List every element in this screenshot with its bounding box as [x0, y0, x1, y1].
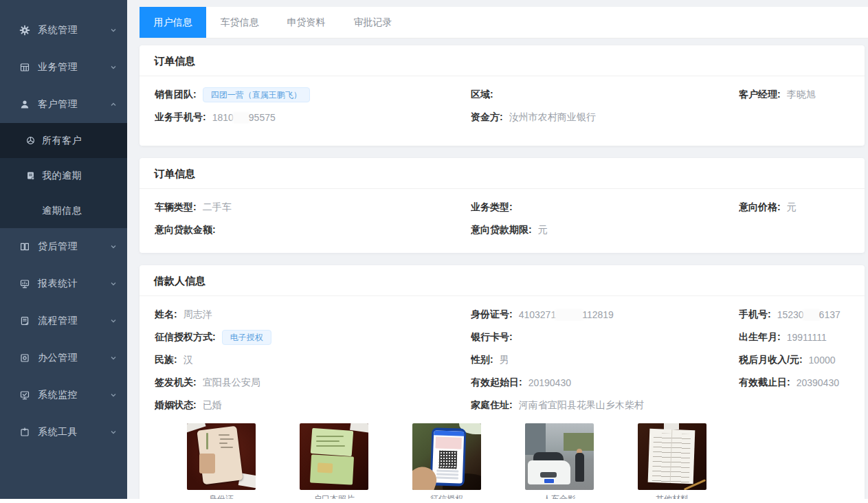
sidebar-item-report-statistics[interactable]: 报表统计: [0, 265, 127, 302]
order-info-card: 订单信息 销售团队: 四团一营（直属王鹏飞） 区域: 客户经理: 李晓旭 业务手: [140, 45, 865, 146]
field-region: 区域:: [471, 89, 739, 101]
field-account-manager: 客户经理: 李晓旭: [739, 89, 849, 101]
redacted-digits: [804, 310, 819, 320]
field-vehicle-type: 车辆类型: 二手车: [155, 201, 471, 214]
field-birth-date: 出生年月: 19911111: [739, 331, 849, 344]
field-valid-to: 有效截止日: 20390430: [739, 377, 849, 389]
field-business-phone: 业务手机号: 181095575: [155, 111, 471, 124]
sidebar-item-label: 系统管理: [38, 24, 109, 36]
sidebar-item-label: 贷后管理: [38, 241, 109, 253]
monitor-icon: [19, 390, 30, 401]
sidebar-item-office-management[interactable]: 办公管理: [0, 339, 127, 377]
field-credit-auth-method: 征信授权方式: 电子授权: [155, 330, 471, 345]
pie-icon: [25, 135, 36, 146]
sidebar-item-customer-management[interactable]: 客户管理: [0, 86, 127, 123]
field-intent-price: 意向价格: 元: [739, 201, 849, 214]
report-icon: [19, 278, 30, 289]
toolbox-icon: [19, 427, 30, 438]
tab-car-loan-info[interactable]: 车贷信息: [206, 7, 273, 38]
household-register-photo[interactable]: [300, 423, 368, 490]
sidebar-subitem-label: 我的逾期: [42, 170, 127, 182]
field-id-number: 身份证号: 4103271112819: [471, 309, 739, 321]
sidebar-item-system-monitor[interactable]: 系统监控: [0, 377, 127, 414]
field-mobile-phone: 手机号: 152306137: [739, 309, 849, 321]
sidebar-item-label: 系统工具: [38, 426, 109, 438]
photo-item: 身份证: [187, 423, 256, 503]
detail-tabbar: 用户信息 车贷信息 申贷资料 审批记录: [140, 7, 868, 38]
sidebar-subitem-all-customers[interactable]: 所有客户: [0, 123, 127, 158]
chevron-up-icon: [109, 100, 118, 109]
sidebar-subitem-label: 所有客户: [42, 135, 127, 147]
sidebar-item-label: 客户管理: [38, 98, 109, 111]
sidebar-item-system-tools[interactable]: 系统工具: [0, 414, 127, 451]
borrower-photos: 身份证 户口本照片: [187, 423, 865, 503]
flow-icon: [19, 315, 30, 326]
photo-item: 征信授权: [412, 423, 481, 503]
sales-team-tag: 四团一营（直属王鹏飞）: [203, 87, 310, 102]
field-sales-team: 销售团队: 四团一营（直属王鹏飞）: [155, 87, 471, 102]
main-content: 用户信息 车贷信息 申贷资料 审批记录 订单信息 销售团队: 四团一营（直属王鹏…: [127, 0, 868, 503]
sidebar-item-business-management[interactable]: 业务管理: [0, 49, 127, 86]
person-with-car-photo[interactable]: [525, 423, 594, 490]
gear-icon: [19, 25, 30, 36]
sidebar-item-label: 报表统计: [38, 278, 109, 290]
id-card-photo[interactable]: [187, 423, 256, 490]
card-title: 订单信息: [140, 45, 865, 76]
tab-loan-application-docs[interactable]: 申贷资料: [273, 7, 340, 38]
book-icon: [19, 241, 30, 252]
sidebar-item-label: 办公管理: [38, 352, 109, 364]
borrower-info-card: 借款人信息 姓名: 周志洋 身份证号: 4103271112819 手机号: 1…: [140, 265, 865, 503]
card-title: 借款人信息: [140, 265, 865, 296]
grid-icon: [19, 62, 30, 73]
field-intent-loan-term: 意向贷款期限: 元: [471, 224, 739, 236]
field-valid-from: 有效起始日: 20190430: [471, 377, 739, 389]
chevron-down-icon: [109, 243, 118, 251]
sidebar-subitem-label: 逾期信息: [42, 205, 127, 217]
tab-user-info[interactable]: 用户信息: [140, 7, 206, 38]
field-name: 姓名: 周志洋: [155, 309, 471, 321]
document-photo[interactable]: [638, 423, 706, 490]
notebook-icon: [25, 170, 36, 181]
sidebar-item-post-loan-management[interactable]: 贷后管理: [0, 228, 127, 265]
photo-item: 户口本照片: [300, 423, 368, 503]
sidebar-item-label: 系统监控: [38, 389, 109, 401]
field-ethnicity: 民族: 汉: [155, 354, 471, 366]
chevron-down-icon: [109, 63, 118, 71]
field-issuing-authority: 签发机关: 宜阳县公安局: [155, 377, 471, 389]
field-home-address: 家庭住址: 河南省宜阳县花果山乡木柴村: [471, 399, 739, 412]
chevron-down-icon: [109, 317, 118, 325]
field-intent-loan-amount: 意向贷款金额:: [155, 224, 471, 236]
office-icon: [19, 353, 30, 364]
field-bank-card: 银行卡号:: [471, 331, 739, 344]
field-gender: 性别: 男: [471, 354, 739, 366]
user-icon: [19, 99, 30, 110]
field-marital-status: 婚姻状态: 已婚: [155, 399, 471, 412]
credit-auth-tag: 电子授权: [222, 330, 271, 345]
sidebar-item-label: 业务管理: [38, 61, 109, 74]
tab-approval-records[interactable]: 审批记录: [340, 7, 406, 38]
field-funder: 资金方: 汝州市农村商业银行: [471, 111, 739, 124]
customer-management-submenu: 所有客户 我的逾期 逾期信息: [0, 123, 127, 228]
sidebar: 系统管理 业务管理 客户管理 所有客户 我的逾期 逾期信息: [0, 0, 127, 499]
chevron-down-icon: [109, 428, 118, 436]
photo-item: 其他材料: [638, 423, 706, 503]
redacted-digits: [556, 310, 582, 320]
credit-auth-qr-photo[interactable]: [412, 423, 481, 490]
sidebar-item-process-management[interactable]: 流程管理: [0, 302, 127, 339]
chevron-down-icon: [109, 354, 118, 362]
field-monthly-income: 税后月收入/元: 10000: [739, 354, 849, 366]
card-title: 订单信息: [140, 158, 865, 189]
field-business-type: 业务类型:: [471, 201, 739, 214]
sidebar-item-system-management[interactable]: 系统管理: [0, 12, 127, 49]
redacted-digits: [234, 113, 249, 123]
sidebar-subitem-my-overdue[interactable]: 我的逾期: [0, 158, 127, 193]
chevron-down-icon: [109, 280, 118, 288]
sidebar-subitem-overdue-info[interactable]: 逾期信息: [0, 193, 127, 228]
chevron-down-icon: [109, 26, 118, 34]
chevron-down-icon: [109, 391, 118, 399]
photo-item: 人车合影: [525, 423, 594, 503]
sidebar-item-label: 流程管理: [38, 315, 109, 327]
bottom-strip: [0, 499, 868, 503]
loan-intent-card: 订单信息 车辆类型: 二手车 业务类型: 意向价格: 元 意向贷款金额:: [140, 158, 865, 253]
